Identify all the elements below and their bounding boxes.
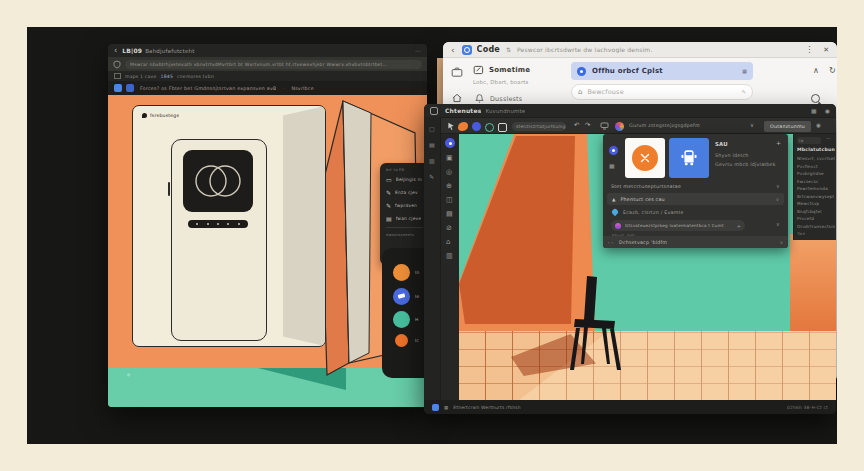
page-arrows-icon[interactable]: ‹ ‹	[608, 240, 613, 245]
home-icon[interactable]	[451, 92, 463, 104]
chip-add-icon[interactable]: +	[737, 223, 741, 229]
briefcase-icon[interactable]	[451, 66, 463, 78]
close-icon[interactable]: ✕	[823, 46, 829, 54]
scroll-down-icon[interactable]: ∨	[789, 230, 792, 235]
sync-icon[interactable]: ⇅	[506, 46, 511, 53]
chevron-down-icon[interactable]: ∨	[776, 221, 780, 227]
settings-icon[interactable]: ◉	[825, 107, 830, 114]
panel-grid-icon[interactable]: ▦	[609, 162, 615, 169]
collapse-icon[interactable]: ∧	[813, 66, 819, 75]
redo-icon[interactable]: ↷	[585, 121, 590, 129]
dark-window-subtitle: Kuvundnumte	[485, 108, 525, 114]
back-icon[interactable]: ‹	[451, 45, 455, 55]
tile-scissors[interactable]	[625, 138, 665, 178]
target-icon[interactable]: ◉	[816, 122, 821, 128]
link-tool-icon[interactable]: ⊕	[446, 182, 452, 190]
orange-blob-tool[interactable]	[458, 122, 468, 131]
sidebar-item[interactable]: Mewctsvp	[797, 201, 819, 206]
overflow-icon[interactable]: ⋯	[415, 47, 421, 54]
selected-result-pill[interactable]: Offhu orbcf Cplst ▦	[571, 62, 753, 80]
address-field[interactable]: Mswrar nbvbtrhjvstevath vbnvtrtvdMvrtbrt…	[125, 60, 422, 69]
camera-tool-icon[interactable]: ◎	[446, 168, 452, 176]
extension-icon-2[interactable]	[126, 84, 134, 92]
scroll-up-icon[interactable]: ∧	[789, 136, 792, 141]
nav-primary[interactable]: Sometime	[489, 66, 530, 74]
pages-icon[interactable]: ▢	[429, 125, 435, 132]
nav-primary-sub: Lobc, Dbart, boarts	[473, 79, 529, 85]
sidebar-item[interactable]: Pvvbrglrdse	[797, 171, 824, 176]
tab-meta2[interactable]: cnemores tvbn	[177, 74, 214, 79]
panel-footer[interactable]: ‹ ‹ Dchsetvacp 'bldfm ∨	[603, 236, 788, 248]
panel-profile-icon[interactable]	[609, 146, 618, 155]
bookmark-label[interactable]: Forces? os Fbter bet Gmdnsnjtsrtvan expa…	[140, 86, 276, 91]
cursor-icon[interactable]	[447, 122, 455, 131]
tab-meta[interactable]: maps 1 cave	[125, 74, 157, 79]
bookmark-link[interactable]: Nsvrlbce	[291, 86, 313, 91]
browser-titlebar: ‹ LB|09 Bahdjufafutcteht ⋯	[108, 44, 427, 57]
group-row[interactable]: ▲ Phentuct ces cau ∨	[607, 193, 784, 205]
sidebar-item[interactable]: Orvdrtrunsectsnie	[797, 224, 835, 229]
menu-item[interactable]: ✎ Enza cjev	[386, 189, 427, 196]
layers-tool-icon[interactable]: ▤	[446, 210, 453, 218]
chip-row[interactable]: Gtsvateuezstprkeg loateimatentbca t Cumt…	[611, 220, 745, 231]
avatar[interactable]	[615, 122, 624, 131]
sidebar-item[interactable]: Pewrtemvnda	[797, 186, 828, 191]
compose-icon[interactable]	[473, 64, 485, 76]
chevron-down-icon[interactable]: ∨	[776, 183, 780, 189]
account-text[interactable]: Gurum zstegstejzgsgdpefm	[629, 123, 700, 128]
keyboard-icon: ▭	[386, 176, 392, 183]
undo-icon[interactable]: ↶	[574, 121, 579, 129]
pen-icon[interactable]: ✎	[429, 173, 434, 180]
nav-secondary[interactable]: Dusslests	[490, 95, 522, 103]
action-button[interactable]: Outanztunmu	[764, 121, 811, 132]
sidebar-item[interactable]: Brtcwanvwysept	[797, 194, 834, 199]
pencil-icon[interactable]: ✎	[741, 89, 746, 95]
window-title: Bahdjufafutcteht	[145, 48, 194, 54]
inbox-icon[interactable]: ▥	[429, 157, 435, 164]
dots-icon[interactable]: ⋯	[826, 136, 831, 141]
sidebar-item[interactable]: Ntesvrt, cvcrtset	[797, 156, 835, 161]
status-grid-icon[interactable]: ▦	[444, 405, 448, 410]
menu-item[interactable]: ✎ fwprdven	[386, 202, 427, 209]
archive-icon[interactable]: ▤	[429, 141, 435, 148]
sidebar-item[interactable]: Bnqfcbqtel	[797, 209, 822, 214]
back-icon[interactable]: ‹	[114, 44, 117, 57]
square-ring-tool[interactable]	[498, 123, 507, 132]
lock-tool-icon[interactable]: ⊘	[446, 224, 452, 232]
tab-meta-highlight[interactable]: 1845	[161, 74, 174, 79]
layout-grid-icon[interactable]: ▦	[811, 107, 817, 114]
monitor-icon[interactable]	[600, 122, 609, 130]
dock-app-teal[interactable]	[393, 311, 410, 328]
refresh-icon[interactable]: ↻	[829, 66, 836, 75]
frame-tool-icon[interactable]: ◫	[446, 196, 453, 204]
window-title-bold: LB|09	[122, 47, 142, 54]
toolbar-field[interactable]: stenziszrtazjurtsumggsmia d	[512, 122, 566, 131]
grid-tool-icon[interactable]: ▥	[446, 252, 453, 260]
link-row[interactable]: Ecazb, clsrtzn / Evamte	[612, 209, 684, 215]
tile-vehicle[interactable]	[669, 138, 709, 178]
menu-item[interactable]: ▤ fwan cjeve	[386, 215, 427, 222]
status-app-icon[interactable]	[432, 404, 439, 411]
dock-app-orange2[interactable]	[395, 334, 408, 347]
sidebar-item[interactable]: Pvcfmvct	[797, 164, 818, 169]
sidebar-field[interactable]: (a	[797, 137, 821, 144]
search-icon[interactable]	[811, 94, 820, 103]
blue-circle-tool[interactable]	[472, 122, 481, 131]
image-tool-icon[interactable]: ▣	[446, 154, 453, 162]
chevron-down-icon[interactable]: ∨	[750, 122, 754, 128]
extension-icon-1[interactable]	[114, 84, 122, 92]
open-in-icon[interactable]: ▦	[742, 68, 747, 74]
search-field[interactable]: ⌂ Bewcfouse ✎	[571, 84, 753, 100]
home-tool-icon[interactable]: ⌂	[446, 238, 450, 246]
bell-icon[interactable]	[474, 93, 485, 104]
sidebar-item[interactable]: Ewcsecsc	[797, 179, 819, 184]
menu-item[interactable]: ▭ Beljingis m	[386, 176, 427, 183]
more-icon[interactable]: ⋮	[805, 45, 813, 54]
dock-app-orange[interactable]	[393, 264, 410, 281]
teal-ring-tool[interactable]	[485, 123, 494, 132]
profile-badge-icon[interactable]	[445, 138, 455, 148]
sidebar-item[interactable]: Prvcetd	[797, 216, 814, 221]
logo-icon	[142, 113, 147, 118]
add-icon[interactable]: +	[776, 139, 781, 146]
sidebar-item[interactable]: Twe	[797, 231, 805, 236]
